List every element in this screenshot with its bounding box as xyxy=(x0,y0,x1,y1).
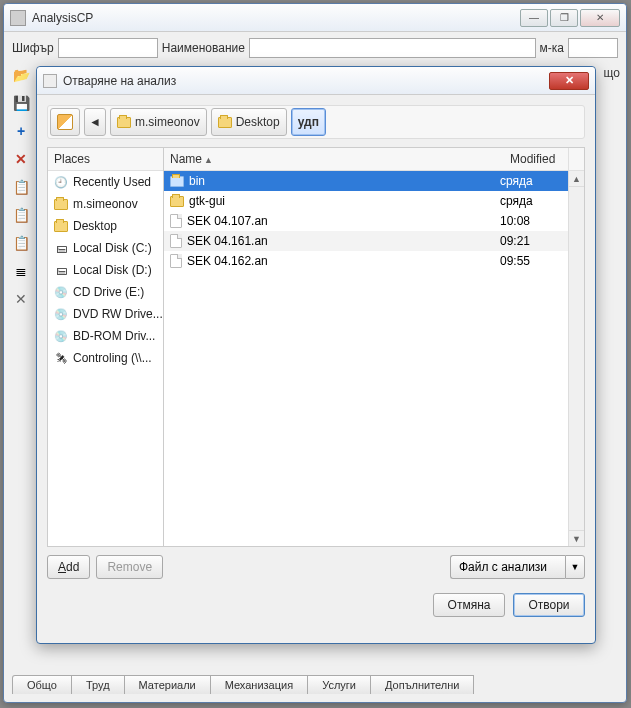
folder-icon xyxy=(170,196,184,207)
dialog-close-button[interactable]: ✕ xyxy=(549,72,589,90)
clipboard-icon[interactable]: 📋 xyxy=(12,178,30,196)
place-network[interactable]: 🛰Controling (\\... xyxy=(48,347,163,369)
bottom-tabs: Общо Труд Материали Механизация Услуги Д… xyxy=(12,675,618,694)
file-icon xyxy=(170,254,182,268)
file-name: gtk-gui xyxy=(189,194,225,208)
bd-icon: 💿 xyxy=(54,329,68,343)
folder-open-icon[interactable]: 📂 xyxy=(12,66,30,84)
name-input[interactable] xyxy=(249,38,536,58)
split-pane: Places 🕘Recently Used m.simeonov Desktop… xyxy=(47,147,585,547)
folder-icon xyxy=(54,197,68,211)
edit-path-button[interactable] xyxy=(50,108,80,136)
form-row: Шифър Наименование м-ка xyxy=(4,32,626,64)
main-titlebar[interactable]: AnalysisCP — ❐ ✕ xyxy=(4,4,626,32)
add-button[interactable]: Add xyxy=(47,555,90,579)
delete-icon[interactable]: ✕ xyxy=(12,150,30,168)
col-modified[interactable]: Modified xyxy=(504,148,568,170)
file-name: bin xyxy=(189,174,205,188)
scroll-header xyxy=(568,148,584,170)
tab-additional[interactable]: Допълнителни xyxy=(370,675,474,694)
remove-button: Remove xyxy=(96,555,163,579)
app-title: AnalysisCP xyxy=(32,11,520,25)
file-filter[interactable]: Файл с анализи ▼ xyxy=(450,555,585,579)
folder-icon xyxy=(170,176,184,187)
side-toolbar: 📂 💾 + ✕ 📋 📋 📋 ≣ ✕ xyxy=(10,66,32,308)
place-cd[interactable]: 💿CD Drive (E:) xyxy=(48,281,163,303)
save-icon[interactable]: 💾 xyxy=(12,94,30,112)
unit-label: м-ка xyxy=(540,41,564,55)
place-recent[interactable]: 🕘Recently Used xyxy=(48,171,163,193)
dialog-titlebar[interactable]: Отваряне на анализ ✕ xyxy=(37,67,595,95)
recent-icon: 🕘 xyxy=(54,175,68,189)
tab-services[interactable]: Услуги xyxy=(307,675,371,694)
file-row[interactable]: binсряда xyxy=(164,171,568,191)
unit-input[interactable] xyxy=(568,38,618,58)
file-modified: 10:08 xyxy=(500,214,562,228)
list-icon[interactable]: ≣ xyxy=(12,262,30,280)
tab-labor[interactable]: Труд xyxy=(71,675,125,694)
disk-icon: 🖴 xyxy=(54,263,68,277)
tab-total[interactable]: Общо xyxy=(12,675,72,694)
app-icon xyxy=(10,10,26,26)
cipher-label: Шифър xyxy=(12,41,54,55)
col-name[interactable]: Name▲ xyxy=(164,148,504,170)
place-desktop[interactable]: Desktop xyxy=(48,215,163,237)
file-name: SEK 04.162.an xyxy=(187,254,268,268)
places-panel: Places 🕘Recently Used m.simeonov Desktop… xyxy=(48,148,164,546)
truncated-text: що xyxy=(604,66,620,80)
tab-mechanization[interactable]: Механизация xyxy=(210,675,308,694)
open-button[interactable]: Отвори xyxy=(513,593,585,617)
file-modified: сряда xyxy=(500,174,562,188)
wrench-icon[interactable]: ✕ xyxy=(12,290,30,308)
cancel-button[interactable]: Отмяна xyxy=(433,593,505,617)
file-modified: сряда xyxy=(500,194,562,208)
cipher-input[interactable] xyxy=(58,38,158,58)
path-toolbar: ◄ m.simeonov Desktop удп xyxy=(47,105,585,139)
file-list: Name▲ Modified binсрядаgtk-guiсрядаSEK 0… xyxy=(164,148,584,546)
file-icon xyxy=(170,234,182,248)
folder-icon xyxy=(117,117,131,128)
name-label: Наименование xyxy=(162,41,245,55)
cd-icon: 💿 xyxy=(54,285,68,299)
folder-icon xyxy=(218,117,232,128)
breadcrumb-2[interactable]: удп xyxy=(291,108,326,136)
minimize-button[interactable]: — xyxy=(520,9,548,27)
file-modified: 09:21 xyxy=(500,234,562,248)
close-button[interactable]: ✕ xyxy=(580,9,620,27)
place-disk-d[interactable]: 🖴Local Disk (D:) xyxy=(48,259,163,281)
network-icon: 🛰 xyxy=(54,351,68,365)
file-row[interactable]: gtk-guiсряда xyxy=(164,191,568,211)
filter-value: Файл с анализи xyxy=(450,555,565,579)
breadcrumb-0[interactable]: m.simeonov xyxy=(110,108,207,136)
file-icon xyxy=(170,214,182,228)
file-name: SEK 04.107.an xyxy=(187,214,268,228)
vertical-scrollbar[interactable]: ▲ ▼ xyxy=(568,171,584,546)
chevron-down-icon[interactable]: ▼ xyxy=(565,555,585,579)
file-row[interactable]: SEK 04.161.an09:21 xyxy=(164,231,568,251)
breadcrumb-label: m.simeonov xyxy=(135,115,200,129)
place-disk-c[interactable]: 🖴Local Disk (C:) xyxy=(48,237,163,259)
file-list-header: Name▲ Modified xyxy=(164,148,584,171)
back-button[interactable]: ◄ xyxy=(84,108,106,136)
breadcrumb-1[interactable]: Desktop xyxy=(211,108,287,136)
folder-icon xyxy=(54,219,68,233)
scroll-up-icon[interactable]: ▲ xyxy=(569,171,584,187)
maximize-button[interactable]: ❐ xyxy=(550,9,578,27)
dialog-title: Отваряне на анализ xyxy=(63,74,549,88)
place-home[interactable]: m.simeonov xyxy=(48,193,163,215)
breadcrumb-label: Desktop xyxy=(236,115,280,129)
scroll-down-icon[interactable]: ▼ xyxy=(569,530,584,546)
sort-asc-icon: ▲ xyxy=(204,155,213,165)
plus-icon[interactable]: + xyxy=(12,122,30,140)
clipboard2-icon[interactable]: 📋 xyxy=(12,206,30,224)
places-header: Places xyxy=(48,148,163,171)
dvd-icon: 💿 xyxy=(54,307,68,321)
file-row[interactable]: SEK 04.162.an09:55 xyxy=(164,251,568,271)
place-bd[interactable]: 💿BD-ROM Driv... xyxy=(48,325,163,347)
clipboard3-icon[interactable]: 📋 xyxy=(12,234,30,252)
place-dvd[interactable]: 💿DVD RW Drive... xyxy=(48,303,163,325)
tab-materials[interactable]: Материали xyxy=(124,675,211,694)
file-row[interactable]: SEK 04.107.an10:08 xyxy=(164,211,568,231)
open-file-dialog: Отваряне на анализ ✕ ◄ m.simeonov Deskto… xyxy=(36,66,596,644)
disk-icon: 🖴 xyxy=(54,241,68,255)
